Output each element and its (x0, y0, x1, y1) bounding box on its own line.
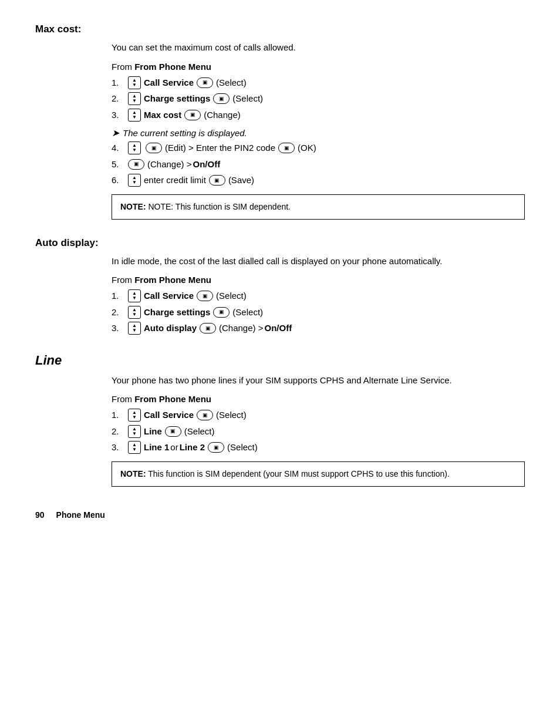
auto-display-desc: In idle mode, the cost of the last diall… (112, 255, 525, 268)
section-line: Line Your phone has two phone lines if y… (35, 353, 525, 487)
step-label2: Line 2 (180, 441, 205, 454)
step-2: 2. ▲▼ Line ▣ (Select) (112, 425, 525, 439)
section-body-line: Your phone has two phone lines if your S… (112, 374, 525, 487)
step-label: Call Service (144, 76, 194, 90)
page-footer: 90 Phone Menu (35, 510, 525, 520)
menu-button-icon: ▣ (209, 175, 225, 186)
scroll-icon: ▲▼ (128, 289, 141, 302)
step-6: 6. ▲▼ enter credit limit ▣ (Save) (112, 174, 525, 187)
line-steps: 1. ▲▼ Call Service ▣ (Select) 2. ▲▼ Line… (112, 409, 525, 454)
scroll-icon: ▲▼ (128, 425, 141, 438)
section-auto-display: Auto display: In idle mode, the cost of … (35, 237, 525, 335)
section-title-auto-display: Auto display: (35, 237, 525, 249)
step-suffix-bold: On/Off (264, 322, 292, 335)
scroll-icon: ▲▼ (128, 141, 141, 154)
section-max-cost: Max cost: You can set the maximum cost o… (35, 23, 525, 220)
step-3: 3. ▲▼ Auto display ▣ (Change) > On/Off (112, 322, 525, 335)
scroll-icon: ▲▼ (128, 409, 141, 422)
line-desc: Your phone has two phone lines if your S… (112, 374, 525, 387)
step-4: 4. ▲▼ ▣ (Edit) > Enter the PIN2 code ▣ (… (112, 141, 525, 155)
auto-display-from-menu: From From Phone Menu (112, 275, 525, 285)
line-note: NOTE: This function is SIM dependent (yo… (112, 461, 525, 487)
scroll-icon: ▲▼ (128, 322, 141, 335)
auto-display-steps: 1. ▲▼ Call Service ▣ (Select) 2. ▲▼ Char… (112, 289, 525, 335)
scroll-icon: ▲▼ (128, 441, 141, 454)
page-content: Max cost: You can set the maximum cost o… (35, 23, 525, 520)
menu-button-icon: ▣ (165, 426, 181, 437)
menu-button-icon: ▣ (184, 110, 201, 120)
max-cost-steps: 1. ▲▼ Call Service ▣ (Select) 2. ▲▼ Char… (112, 76, 525, 122)
step-5: 5. ▣ (Change) > On/Off (112, 158, 525, 171)
menu-button-icon: ▣ (213, 93, 230, 104)
menu-button-icon: ▣ (208, 442, 224, 453)
step-1: 1. ▲▼ Call Service ▣ (Select) (112, 409, 525, 422)
menu-button-icon: ▣ (146, 143, 162, 153)
section-title-line: Line (35, 353, 525, 368)
menu-button-icon: ▣ (197, 410, 213, 420)
scroll-icon: ▲▼ (128, 109, 141, 122)
step-1: 1. ▲▼ Call Service ▣ (Select) (112, 76, 525, 90)
step-label: Call Service (144, 289, 194, 303)
menu-button-icon: ▣ (197, 291, 213, 301)
scroll-icon: ▲▼ (128, 306, 141, 319)
step-label: Call Service (144, 409, 194, 422)
menu-button-icon: ▣ (278, 143, 295, 153)
max-cost-note: NOTE: NOTE: This function is SIM depende… (112, 194, 525, 220)
step-1: 1. ▲▼ Call Service ▣ (Select) (112, 289, 525, 303)
max-cost-extra-steps: 4. ▲▼ ▣ (Edit) > Enter the PIN2 code ▣ (… (112, 141, 525, 187)
section-title-max-cost: Max cost: (35, 23, 525, 35)
max-cost-desc: You can set the maximum cost of calls al… (112, 41, 525, 55)
arrow-icon: ➤ (112, 127, 119, 139)
scroll-icon: ▲▼ (128, 174, 141, 187)
step-label: Line 1 (144, 441, 169, 454)
italic-note: ➤ The current setting is displayed. (112, 127, 525, 139)
section-body-max-cost: You can set the maximum cost of calls al… (112, 41, 525, 220)
step-2: 2. ▲▼ Charge settings ▣ (Select) (112, 306, 525, 319)
max-cost-from-menu: From From Phone Menu (112, 62, 525, 72)
line-from-menu: From From Phone Menu (112, 394, 525, 404)
step-3: 3. ▲▼ Line 1 or Line 2 ▣ (Select) (112, 441, 525, 454)
step-2: 2. ▲▼ Charge settings ▣ (Select) (112, 92, 525, 106)
menu-button-icon: ▣ (197, 77, 213, 88)
step-3: 3. ▲▼ Max cost ▣ (Change) (112, 109, 525, 122)
step-label: Charge settings (144, 306, 210, 319)
step-label: Charge settings (144, 92, 210, 106)
step-label: Max cost (144, 109, 181, 122)
menu-button-icon: ▣ (213, 307, 230, 318)
step-label: On/Off (193, 158, 220, 171)
menu-button-icon: ▣ (128, 159, 144, 170)
scroll-icon: ▲▼ (128, 92, 141, 105)
page-number: 90 (35, 510, 45, 520)
footer-label: Phone Menu (56, 510, 105, 520)
menu-button-icon: ▣ (200, 323, 216, 333)
section-body-auto-display: In idle mode, the cost of the last diall… (112, 255, 525, 335)
step-label: Auto display (144, 322, 197, 335)
step-label: Line (144, 425, 162, 439)
scroll-icon: ▲▼ (128, 76, 141, 89)
